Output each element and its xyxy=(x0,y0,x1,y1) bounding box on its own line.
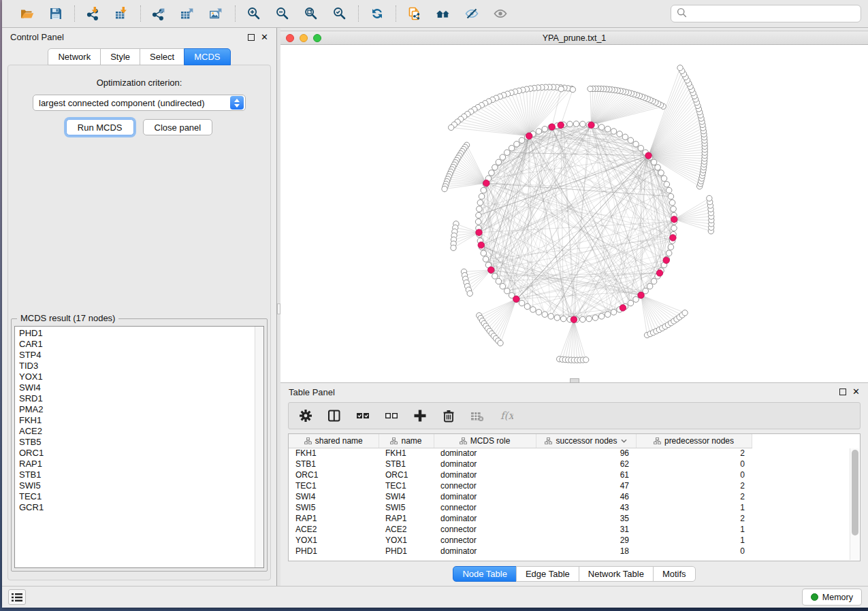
criterion-dropdown[interactable]: largest connected component (undirected) xyxy=(33,95,246,111)
settings-gear-button[interactable] xyxy=(298,409,313,423)
graph-node[interactable] xyxy=(467,291,472,296)
graph-node[interactable] xyxy=(598,314,605,320)
save-session-button[interactable] xyxy=(44,3,67,24)
table-row[interactable]: ORC1ORC1dominator610 xyxy=(289,469,752,480)
table-row[interactable]: STB1STB1dominator620 xyxy=(289,459,752,469)
graph-hub-node[interactable] xyxy=(588,122,595,129)
graph-hub-node[interactable] xyxy=(526,133,532,139)
table-row[interactable]: RAP1RAP1dominator352 xyxy=(289,513,752,524)
graph-node[interactable] xyxy=(638,145,644,151)
table-row[interactable]: SWI4SWI4dominator462 xyxy=(289,491,752,502)
graph-node[interactable] xyxy=(651,278,657,284)
graph-node[interactable] xyxy=(476,212,482,218)
table-row[interactable]: TEC1TEC1connector472 xyxy=(289,480,752,491)
graph-hub-node[interactable] xyxy=(513,296,520,303)
graph-node[interactable] xyxy=(622,134,628,140)
table-scrollbar[interactable] xyxy=(850,448,859,560)
graph-node[interactable] xyxy=(664,182,670,188)
graph-node[interactable] xyxy=(611,129,617,135)
graph-node[interactable] xyxy=(514,142,520,148)
table-row[interactable]: PHD1PHD1dominator180 xyxy=(289,546,752,557)
column-header-successor-nodes[interactable]: successor nodes xyxy=(536,434,636,448)
add-row-button[interactable] xyxy=(413,409,428,423)
mcds-result-item[interactable]: PMA2 xyxy=(19,404,263,415)
table-scrollbar-thumb[interactable] xyxy=(852,450,858,535)
graph-node[interactable] xyxy=(481,187,487,193)
table-row[interactable]: YOX1YOX1connector291 xyxy=(289,535,752,546)
table-row[interactable]: ACE2ACE2connector311 xyxy=(289,524,752,535)
mcds-result-item[interactable]: ORC1 xyxy=(19,448,263,459)
export-image-button[interactable] xyxy=(205,3,228,24)
graph-node[interactable] xyxy=(489,170,495,176)
mcds-result-item[interactable]: FKH1 xyxy=(19,415,263,426)
graph-node[interactable] xyxy=(530,307,536,313)
graph-node[interactable] xyxy=(573,121,579,127)
graph-hub-node[interactable] xyxy=(549,124,556,131)
mcds-result-item[interactable]: GCR1 xyxy=(19,502,263,513)
table-row[interactable]: FKH1FKH1dominator962 xyxy=(289,448,752,459)
mcds-result-item[interactable]: STB1 xyxy=(19,469,263,480)
mcds-result-item[interactable]: ACE2 xyxy=(19,426,263,437)
graph-node[interactable] xyxy=(617,131,623,137)
graph-node[interactable] xyxy=(669,200,675,206)
tab-network[interactable]: Network xyxy=(48,48,101,65)
deselect-all-rows-button[interactable] xyxy=(384,409,399,423)
graph-hub-node[interactable] xyxy=(478,242,485,248)
graph-hub-node[interactable] xyxy=(656,270,663,277)
column-header-predecessor-nodes[interactable]: predecessor nodes xyxy=(636,434,752,448)
graph-hub-node[interactable] xyxy=(638,292,645,299)
network-window-titlebar[interactable]: YPA_prune.txt_1 xyxy=(280,31,868,45)
column-header-shared-name[interactable]: shared name xyxy=(289,434,379,448)
horizontal-splitter-grip[interactable] xyxy=(570,378,579,383)
graph-node[interactable] xyxy=(666,250,672,257)
graph-node[interactable] xyxy=(477,206,483,212)
graph-node[interactable] xyxy=(666,187,672,193)
graph-node[interactable] xyxy=(536,310,542,316)
graph-node[interactable] xyxy=(498,340,503,346)
graph-hub-node[interactable] xyxy=(645,152,652,159)
show-all-button[interactable] xyxy=(489,3,512,24)
graph-node[interactable] xyxy=(492,274,498,280)
graph-node[interactable] xyxy=(500,154,506,161)
table-row[interactable]: SWI5SWI5connector431 xyxy=(289,502,752,513)
mcds-result-item[interactable]: YOX1 xyxy=(19,371,263,382)
graph-node[interactable] xyxy=(509,145,515,151)
graph-node[interactable] xyxy=(651,159,657,165)
graph-node[interactable] xyxy=(605,312,611,318)
close-panel-icon[interactable]: ✕ xyxy=(261,34,268,41)
graph-node[interactable] xyxy=(668,244,674,250)
float-panel-icon[interactable] xyxy=(248,34,255,41)
graph-node[interactable] xyxy=(580,121,586,127)
graph-hub-node[interactable] xyxy=(476,229,483,236)
graph-node[interactable] xyxy=(677,65,683,71)
graph-node[interactable] xyxy=(567,121,573,127)
mcds-result-item[interactable]: TEC1 xyxy=(19,491,263,502)
mcds-result-item[interactable]: CAR1 xyxy=(19,339,263,350)
memory-button[interactable]: Memory xyxy=(802,589,862,606)
graph-node[interactable] xyxy=(560,316,566,322)
graph-node[interactable] xyxy=(661,176,667,182)
search-input[interactable] xyxy=(691,9,855,19)
mcds-result-item[interactable]: SRD1 xyxy=(19,393,263,404)
tab-style[interactable]: Style xyxy=(100,48,140,65)
graph-node[interactable] xyxy=(586,316,592,322)
graph-node[interactable] xyxy=(628,300,634,306)
tab-mcds[interactable]: MCDS xyxy=(184,48,230,65)
graph-node[interactable] xyxy=(598,125,605,131)
mcds-result-item[interactable]: STP4 xyxy=(19,350,263,361)
graph-node[interactable] xyxy=(496,278,502,284)
graph-node[interactable] xyxy=(633,142,639,148)
graph-node[interactable] xyxy=(592,315,598,321)
select-all-rows-button[interactable] xyxy=(355,409,370,423)
graph-node[interactable] xyxy=(570,86,575,92)
mcds-result-item[interactable]: RAP1 xyxy=(19,459,263,469)
graph-hub-node[interactable] xyxy=(488,267,495,274)
graph-node[interactable] xyxy=(580,316,586,323)
delete-row-button[interactable] xyxy=(441,409,456,423)
graph-node[interactable] xyxy=(628,137,634,144)
task-history-button[interactable] xyxy=(8,589,26,605)
graph-node[interactable] xyxy=(483,257,489,263)
tab-edge-table[interactable]: Edge Table xyxy=(516,566,579,582)
first-neighbors-button[interactable] xyxy=(432,3,455,24)
column-header-name[interactable]: name xyxy=(379,434,434,448)
